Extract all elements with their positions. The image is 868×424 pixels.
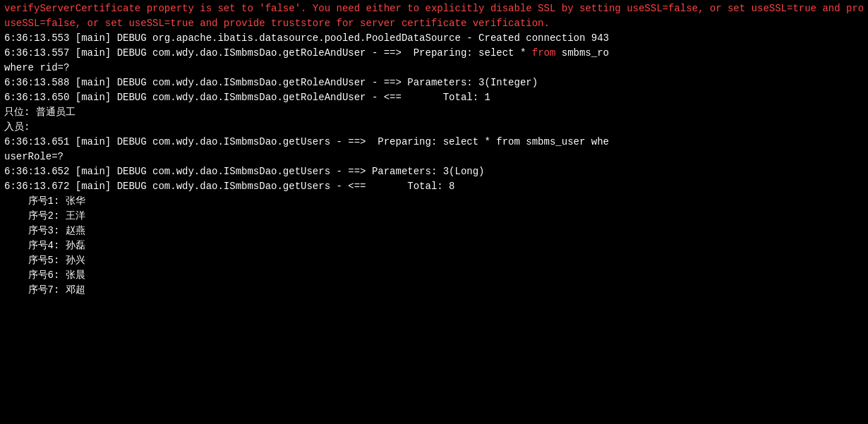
console-line: 6:36:13.557 [main] DEBUG com.wdy.dao.ISm… <box>4 46 864 61</box>
console-line: 序号7: 邓超 <box>4 283 864 298</box>
console-line: 序号2: 王洋 <box>4 209 864 224</box>
console-line: 6:36:13.553 [main] DEBUG org.apache.ibat… <box>4 31 864 46</box>
console-line: verifyServerCertificate property is set … <box>4 1 864 16</box>
console-line: 6:36:13.651 [main] DEBUG com.wdy.dao.ISm… <box>4 135 864 150</box>
console-output: verifyServerCertificate property is set … <box>0 0 868 424</box>
console-line: 6:36:13.672 [main] DEBUG com.wdy.dao.ISm… <box>4 179 864 194</box>
console-line: userRole=? <box>4 150 864 164</box>
console-line: 序号1: 张华 <box>4 194 864 209</box>
console-line: 序号5: 孙兴 <box>4 253 864 268</box>
console-line: 6:36:13.652 [main] DEBUG com.wdy.dao.ISm… <box>4 164 864 179</box>
console-line: 序号3: 赵燕 <box>4 224 864 238</box>
console-line: 6:36:13.650 [main] DEBUG com.wdy.dao.ISm… <box>4 90 864 105</box>
console-line: 序号6: 张晨 <box>4 268 864 283</box>
console-line: 入员: <box>4 120 864 135</box>
console-line: 序号4: 孙磊 <box>4 238 864 253</box>
console-line: where rid=? <box>4 61 864 75</box>
console-line: 只位: 普通员工 <box>4 105 864 120</box>
console-line: useSSL=false, or set useSSL=true and pro… <box>4 16 864 31</box>
console-line: 6:36:13.588 [main] DEBUG com.wdy.dao.ISm… <box>4 75 864 90</box>
